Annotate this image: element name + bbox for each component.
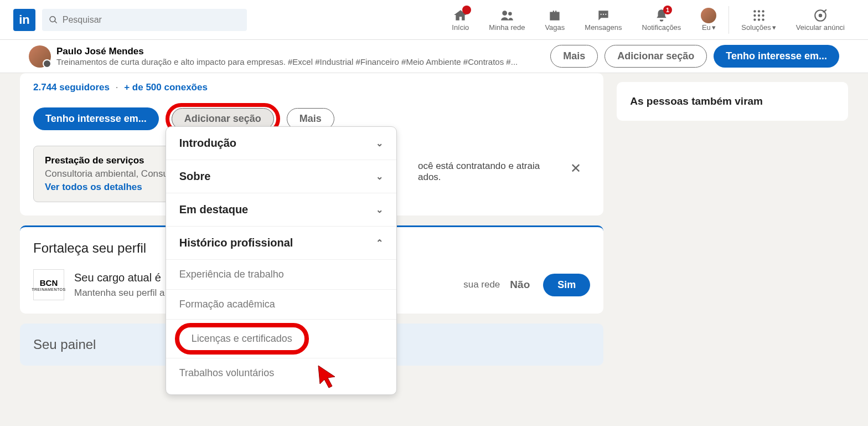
follow-line: 2.744 seguidores · + de 500 conexões	[33, 82, 590, 93]
svg-point-7	[762, 10, 764, 12]
chevron-down-icon: ▾	[712, 23, 716, 32]
svg-point-1	[508, 12, 512, 16]
svg-point-4	[605, 14, 606, 15]
sticky-add-section-button[interactable]: Adicionar seção	[604, 45, 707, 68]
close-icon[interactable]: ✕	[570, 161, 581, 176]
hiring-box-text: ocê está contratando e atraia ados.	[418, 161, 540, 183]
nav-notifications-label: Notificações	[642, 23, 681, 32]
side-title: As pessoas também viram	[630, 95, 835, 107]
nav-messages-label: Mensagens	[585, 23, 622, 32]
profile-name: Paulo José Mendes	[56, 46, 550, 57]
nav-advertise-label: Veicular anúnci	[796, 23, 845, 32]
annotation-arrow	[316, 363, 343, 391]
dropdown-licenses[interactable]: Licenças e certificados	[192, 333, 292, 344]
svg-point-8	[753, 14, 756, 17]
followers-link[interactable]: 2.744 seguidores	[33, 82, 110, 93]
nav-me-label: Eu▾	[702, 23, 716, 32]
nav-home[interactable]: Início	[442, 8, 479, 32]
dropdown-education[interactable]: Formação acadêmica	[166, 290, 396, 320]
yes-button[interactable]: Sim	[543, 274, 590, 296]
no-button[interactable]: Não	[510, 279, 530, 291]
nav-network-label: Minha rede	[489, 23, 525, 32]
briefcase-icon	[547, 8, 562, 23]
messages-icon	[596, 8, 611, 23]
nav-solutions-label: Soluções▾	[741, 23, 776, 32]
dropdown-intro[interactable]: Introdução ⌄	[166, 127, 396, 160]
dropdown-history[interactable]: Histórico profissional ⌃	[166, 227, 396, 260]
connections-link[interactable]: + de 500 conexões	[124, 82, 208, 93]
nav-notifications[interactable]: 1 Notificações	[632, 8, 691, 32]
svg-point-15	[819, 14, 823, 18]
nav-jobs[interactable]: Vagas	[535, 8, 575, 32]
avatar-icon	[701, 8, 716, 23]
svg-point-12	[757, 18, 760, 20]
nav-jobs-label: Vagas	[545, 23, 565, 32]
nav-me[interactable]: Eu▾	[691, 8, 726, 32]
dropdown-work-exp[interactable]: Experiência de trabalho	[166, 260, 396, 290]
chevron-down-icon: ▾	[772, 23, 776, 32]
annotation-highlight-licenses: Licenças e certificados	[175, 323, 309, 355]
svg-point-11	[753, 18, 756, 20]
sticky-more-button[interactable]: Mais	[550, 45, 598, 68]
add-section-dropdown: Introdução ⌄ Sobre ⌄ Em destaque ⌄ His	[166, 126, 397, 395]
svg-point-13	[762, 18, 764, 20]
profile-avatar[interactable]	[29, 45, 51, 68]
svg-point-10	[762, 14, 764, 17]
nav-network[interactable]: Minha rede	[479, 8, 535, 32]
nav-advertise[interactable]: Veicular anúnci	[786, 8, 855, 32]
svg-point-2	[601, 14, 602, 15]
nav-divider	[728, 6, 729, 34]
nav-home-label: Início	[452, 23, 469, 32]
svg-point-3	[603, 14, 604, 15]
nav-messages[interactable]: Mensagens	[575, 8, 632, 32]
target-icon	[813, 8, 828, 23]
interest-button[interactable]: Tenho interesse em...	[33, 107, 159, 130]
search-icon	[49, 15, 58, 25]
chevron-down-icon: ⌄	[376, 138, 383, 148]
notif-badge: 1	[663, 6, 672, 14]
people-also-viewed-card: As pessoas também viram	[617, 82, 848, 121]
linkedin-logo[interactable]: in	[13, 9, 35, 31]
company-logo: BCN TREINAMENTOS	[33, 269, 64, 300]
svg-point-9	[757, 14, 760, 17]
sticky-profile-bar: Paulo José Mendes Treinamentos de curta …	[0, 40, 868, 73]
chevron-down-icon: ⌄	[376, 204, 383, 215]
search-input[interactable]	[63, 15, 240, 25]
nav-solutions[interactable]: Soluções▾	[731, 8, 786, 32]
svg-point-5	[753, 10, 756, 12]
grid-icon	[752, 8, 766, 23]
profile-card: 2.744 seguidores · + de 500 conexões Ten…	[20, 73, 603, 215]
dropdown-featured[interactable]: Em destaque ⌄	[166, 193, 396, 227]
people-icon	[500, 8, 514, 23]
top-navigation: in Início Minha rede Vagas Mensagens 1 N…	[0, 0, 868, 40]
sticky-interest-button[interactable]: Tenho interesse em...	[714, 45, 839, 68]
profile-headline: Treinamentos de curta duração e alto imp…	[56, 57, 550, 66]
dropdown-about[interactable]: Sobre ⌄	[166, 160, 396, 193]
chevron-up-icon: ⌃	[376, 238, 383, 248]
search-box[interactable]	[42, 9, 247, 31]
chevron-down-icon: ⌄	[376, 171, 383, 182]
dropdown-volunteer[interactable]: Trabalhos voluntários	[166, 358, 396, 388]
nav-items: Início Minha rede Vagas Mensagens 1 Noti…	[442, 6, 855, 34]
svg-point-6	[757, 10, 760, 12]
home-badge	[462, 6, 471, 14]
svg-point-0	[502, 11, 507, 16]
